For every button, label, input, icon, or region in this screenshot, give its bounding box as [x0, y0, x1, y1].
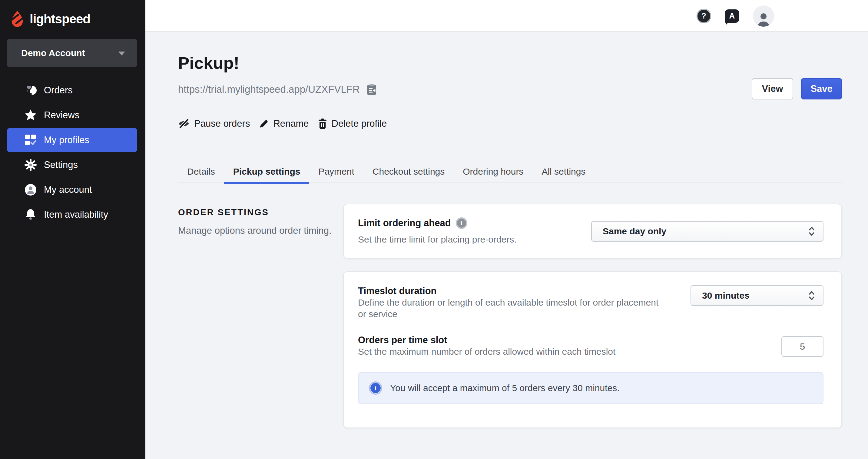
profile-actions: Pause orders Rename Delete profile [178, 118, 387, 129]
tab-all-settings[interactable]: All settings [532, 161, 594, 184]
gear-icon [24, 159, 37, 171]
app-screen: lightspeed Demo Account Orders [0, 0, 868, 459]
sidebar-item-my-profiles[interactable]: My profiles [7, 128, 137, 152]
user-icon [24, 184, 37, 196]
action-label: Pause orders [194, 118, 250, 129]
action-label: Delete profile [332, 118, 387, 129]
select-stepper-icon [808, 290, 815, 301]
info-banner-text: You will accept a maximum of 5 orders ev… [390, 383, 620, 393]
eye-off-icon [178, 119, 190, 128]
header-buttons: View Save [752, 78, 842, 99]
sidebar-item-item-availability[interactable]: Item availability [7, 202, 137, 227]
settings-tabs: Details Pickup settings Payment Checkout… [178, 161, 842, 183]
trash-icon [318, 118, 327, 129]
info-banner: i You will accept a maximum of 5 orders … [358, 372, 824, 404]
avatar[interactable] [753, 5, 774, 27]
section-heading: ORDER SETTINGS [178, 207, 343, 218]
star-icon [24, 110, 37, 121]
save-button[interactable]: Save [801, 78, 842, 99]
sidebar-item-my-account[interactable]: My account [7, 178, 137, 202]
sidebar-item-label: Orders [44, 85, 73, 96]
account-name: Demo Account [21, 48, 85, 58]
sidebar-item-label: Reviews [44, 110, 79, 121]
copy-url-icon[interactable] [367, 83, 377, 95]
page-title: Pickup! [178, 53, 239, 73]
limit-ordering-label: Limit ordering ahead [358, 218, 451, 229]
tab-ordering-hours[interactable]: Ordering hours [454, 161, 532, 184]
select-stepper-icon [808, 226, 815, 237]
timeslot-duration-select[interactable]: 30 minutes [690, 285, 824, 306]
info-circle-icon: i [369, 381, 382, 395]
logo-wordmark: lightspeed [30, 12, 90, 26]
person-icon [757, 12, 770, 27]
lightspeed-logo: lightspeed [0, 0, 145, 30]
account-selector[interactable]: Demo Account [7, 39, 137, 67]
sidebar: lightspeed Demo Account Orders [0, 0, 145, 459]
orders-per-slot-label: Orders per time slot [358, 335, 615, 346]
rename-button[interactable]: Rename [259, 118, 309, 129]
tab-payment[interactable]: Payment [309, 161, 363, 184]
limit-ordering-description: Set the time limit for placing pre-order… [358, 234, 517, 245]
info-icon[interactable]: i [456, 218, 467, 229]
delete-profile-button[interactable]: Delete profile [318, 118, 387, 129]
orders-per-slot-input[interactable] [781, 336, 824, 357]
section-divider [177, 449, 839, 449]
limit-ordering-card: Limit ordering ahead i Set the time limi… [343, 204, 842, 259]
timeslot-duration-description: Define the duration or length of each av… [358, 297, 664, 320]
sidebar-item-label: My profiles [44, 135, 89, 145]
orders-icon [24, 84, 37, 96]
sidebar-item-label: Settings [44, 160, 78, 170]
section-description: Manage options around order timing. [178, 225, 343, 236]
flame-icon [10, 10, 24, 28]
sidebar-nav: Orders Reviews [0, 78, 145, 227]
sidebar-item-label: My account [44, 184, 92, 195]
pencil-icon [259, 119, 269, 128]
tab-pickup-settings[interactable]: Pickup settings [224, 161, 310, 184]
limit-ordering-select[interactable]: Same day only [591, 221, 824, 241]
tab-details[interactable]: Details [178, 161, 224, 184]
selected-value: 30 minutes [702, 290, 750, 301]
selected-value: Same day only [603, 226, 666, 236]
chevron-down-icon [118, 52, 125, 56]
timeslot-card: Timeslot duration Define the duration or… [343, 271, 842, 428]
timeslot-duration-label: Timeslot duration [358, 285, 664, 297]
profiles-icon [24, 134, 37, 146]
pause-orders-button[interactable]: Pause orders [178, 118, 250, 129]
bell-icon [24, 208, 37, 221]
profile-url: https://trial.mylightspeed.app/UZXFVLFR [178, 84, 360, 95]
sidebar-item-orders[interactable]: Orders [7, 78, 137, 103]
sidebar-item-label: Item availability [44, 209, 108, 220]
sidebar-item-reviews[interactable]: Reviews [7, 103, 137, 127]
view-button[interactable]: View [752, 78, 793, 99]
topbar: ? A [145, 0, 868, 32]
sidebar-item-settings[interactable]: Settings [7, 153, 137, 177]
orders-per-slot-description: Set the maximum number of orders allowed… [358, 346, 615, 357]
profile-url-row: https://trial.mylightspeed.app/UZXFVLFR [178, 83, 377, 95]
tab-checkout-settings[interactable]: Checkout settings [364, 161, 454, 184]
action-label: Rename [273, 118, 309, 129]
order-settings-section: ORDER SETTINGS Manage options around ord… [178, 204, 842, 428]
language-badge-icon[interactable]: A [725, 9, 739, 23]
main-content: Pickup! https://trial.mylightspeed.app/U… [145, 32, 868, 459]
help-icon[interactable]: ? [696, 9, 711, 23]
